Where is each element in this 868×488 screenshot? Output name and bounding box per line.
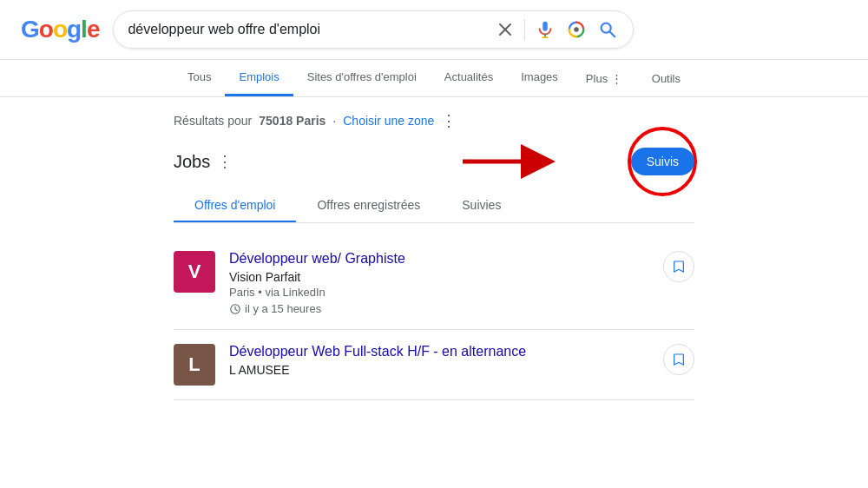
results-separator: · [332,114,336,128]
job-logo-2: L [174,344,215,386]
logo-o2: o [53,16,67,43]
search-icons [495,18,619,41]
job-company-2: L AMUSEE [229,363,649,377]
choose-zone-link[interactable]: Choisir une zone [343,114,434,128]
logo-o1: o [39,16,53,43]
lens-icon [567,20,586,39]
tools-button[interactable]: Outils [638,62,694,96]
list-item: L Développeur Web Full-stack H/F - en al… [174,330,694,400]
tab-actualites[interactable]: Actualités [431,60,507,96]
tab-tous[interactable]: Tous [174,60,225,96]
job-time-1: il y a 15 heures [229,302,649,315]
mic-button[interactable] [534,18,556,41]
tab-emplois[interactable]: Emplois [225,60,293,96]
jobs-title-group: Jobs ⋮ [174,152,233,172]
sub-tabs: Offres d'emploi Offres enregistrées Suiv… [174,189,694,223]
logo-l: l [81,16,87,43]
results-location: 75018 Paris [259,114,326,128]
divider [524,19,525,40]
bookmark-button-1[interactable] [663,251,694,282]
clear-button[interactable] [495,19,516,40]
job-logo-1: V [174,251,215,293]
subtab-enregistrees[interactable]: Offres enregistrées [296,189,441,222]
logo-e: e [87,16,100,43]
job-title-1[interactable]: Développeur web/ Graphiste [229,251,649,267]
clock-icon [229,303,241,315]
nav-tabs: Tous Emplois Sites d'offres d'emploi Act… [0,60,868,97]
logo-g2: g [67,16,81,43]
job-title-2[interactable]: Développeur Web Full-stack H/F - en alte… [229,344,649,359]
subtab-suivies[interactable]: Suivies [441,189,522,222]
tab-images[interactable]: Images [507,60,572,96]
job-info-2: Développeur Web Full-stack H/F - en alte… [229,344,649,379]
subtab-offres[interactable]: Offres d'emploi [174,189,296,222]
follow-button-wrapper: Suivis [631,148,694,175]
svg-line-8 [610,32,615,37]
tab-plus[interactable]: Plus ⋮ [572,62,636,96]
search-input[interactable] [128,22,486,37]
svg-point-6 [575,27,580,32]
lens-button[interactable] [565,18,588,41]
red-arrow-icon [456,144,560,179]
google-logo: Google [21,16,99,43]
svg-rect-2 [543,22,549,31]
jobs-header: Jobs ⋮ Suivis [174,148,694,175]
search-bar [113,10,634,49]
job-info-1: Développeur web/ Graphiste Vision Parfai… [229,251,649,315]
follow-button[interactable]: Suivis [631,148,694,175]
arrow-annotation [456,144,560,179]
bookmark-icon-1 [672,260,686,274]
results-info: Résultats pour 75018 Paris · Choisir une… [174,111,694,130]
jobs-title: Jobs [174,152,210,172]
clear-icon [496,21,514,38]
header: Google [0,0,868,60]
search-button[interactable] [596,18,619,41]
list-item: V Développeur web/ Graphiste Vision Parf… [174,237,694,330]
search-icon [598,20,617,39]
results-more-icon[interactable]: ⋮ [441,111,457,130]
bookmark-button-2[interactable] [663,344,694,375]
logo-g: G [21,16,39,43]
job-listings: V Développeur web/ Graphiste Vision Parf… [174,237,694,400]
job-location-1: Paris • via LinkedIn [229,286,649,299]
mic-icon [536,20,555,39]
job-company-1: Vision Parfait [229,270,649,284]
results-prefix: Résultats pour [174,114,252,128]
main-content: Résultats pour 75018 Paris · Choisir une… [0,97,868,414]
jobs-more-icon[interactable]: ⋮ [217,152,233,171]
bookmark-icon-2 [672,353,686,366]
tab-sites[interactable]: Sites d'offres d'emploi [293,60,431,96]
